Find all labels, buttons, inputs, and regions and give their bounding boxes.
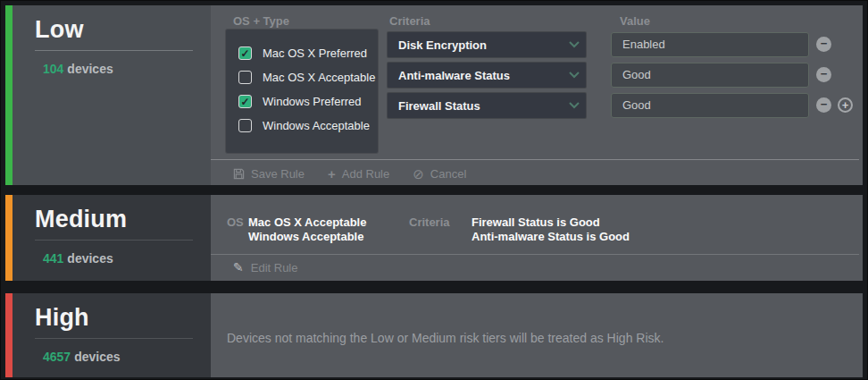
chevron-down-icon — [563, 72, 586, 79]
low-accent-bar — [5, 5, 13, 185]
risk-tier-medium-panel: Medium 441devices OS Mac OS X Acceptable… — [5, 195, 863, 281]
cancel-icon: ⊘ — [413, 167, 424, 181]
medium-device-count-label: devices — [67, 251, 113, 266]
low-device-count-label: devices — [67, 62, 113, 76]
save-rule-button[interactable]: Save Rule — [233, 167, 305, 181]
cancel-button[interactable]: ⊘ Cancel — [413, 167, 466, 181]
os-summary-values: Mac OS X Acceptable Windows Acceptable — [248, 215, 366, 244]
os-option-label: Mac OS X Preferred — [263, 46, 367, 60]
chevron-down-icon — [563, 41, 586, 48]
medium-device-count-number: 441 — [43, 251, 63, 266]
high-tier-title: High — [35, 304, 193, 332]
edit-rule-button[interactable]: ✎ Edit Rule — [233, 260, 297, 274]
add-rule-label: Add Rule — [342, 167, 389, 181]
medium-title-column: Medium 441devices — [13, 195, 211, 281]
criteria-dropdown-2-value: Anti-malware Status — [388, 69, 563, 82]
criteria-dropdown-1[interactable]: Disk Encryption — [388, 32, 586, 57]
low-device-count: 104devices — [35, 62, 193, 76]
high-rule-summary: Devices not matching the Low or Medium r… — [211, 293, 863, 377]
add-rule-row-button[interactable]: + — [838, 97, 853, 113]
divider — [211, 254, 859, 255]
checkbox-icon[interactable]: ✓ — [238, 46, 252, 60]
os-type-column-header: OS + Type — [233, 14, 289, 28]
low-rule-editor: OS + Type Criteria Value ✓ Mac OS X Pref… — [211, 5, 863, 185]
pencil-icon: ✎ — [233, 260, 244, 274]
criteria-dropdown-2[interactable]: Anti-malware Status — [388, 63, 586, 88]
high-accent-bar — [5, 293, 13, 377]
os-option-mac-preferred[interactable]: ✓ Mac OS X Preferred — [238, 41, 378, 65]
medium-device-count: 441devices — [35, 251, 193, 266]
edit-rule-label: Edit Rule — [251, 261, 298, 274]
low-tier-title: Low — [35, 16, 193, 44]
medium-tier-title: Medium — [35, 206, 193, 233]
os-option-label: Windows Preferred — [263, 95, 362, 108]
remove-rule-button-1[interactable]: − — [816, 37, 831, 52]
high-risk-note: Devices not matching the Low or Medium r… — [227, 331, 664, 345]
high-device-count: 4657devices — [35, 350, 193, 364]
high-device-count-number: 4657 — [43, 350, 71, 364]
medium-accent-bar — [5, 195, 13, 281]
risk-tier-high-panel: High 4657devices Devices not matching th… — [5, 293, 863, 377]
cancel-label: Cancel — [430, 167, 466, 181]
criteria-summary-values: Firewall Status is Good Anti-malware Sta… — [472, 215, 630, 244]
divider — [35, 50, 193, 51]
remove-rule-button-2[interactable]: − — [816, 67, 831, 82]
os-option-label: Mac OS X Acceptable — [263, 71, 375, 84]
checkbox-icon[interactable]: ✓ — [238, 71, 252, 84]
value-input-3[interactable]: Good — [611, 93, 809, 118]
save-icon — [233, 168, 245, 180]
plus-icon: + — [328, 167, 336, 181]
value-input-2[interactable]: Good — [611, 63, 809, 88]
add-rule-button[interactable]: + Add Rule — [328, 167, 389, 181]
criteria-dropdown-3-value: Firewall Status — [388, 99, 563, 113]
checkbox-icon[interactable]: ✓ — [238, 95, 252, 108]
criteria-dropdown-1-value: Disk Encryption — [388, 38, 563, 52]
medium-rule-summary: OS Mac OS X Acceptable Windows Acceptabl… — [211, 195, 863, 281]
high-device-count-label: devices — [74, 350, 120, 364]
low-device-count-number: 104 — [43, 62, 63, 76]
checkbox-icon[interactable]: ✓ — [238, 119, 252, 132]
chevron-down-icon — [563, 102, 586, 109]
divider — [35, 240, 193, 241]
criteria-summary-label: Criteria — [409, 215, 450, 229]
value-column-header: Value — [620, 14, 650, 28]
low-title-column: Low 104devices — [13, 5, 211, 185]
rule-editor-actions: Save Rule + Add Rule ⊘ Cancel — [233, 163, 466, 185]
os-type-listbox: ✓ Mac OS X Preferred ✓ Mac OS X Acceptab… — [226, 30, 378, 153]
os-option-windows-acceptable[interactable]: ✓ Windows Acceptable — [238, 114, 378, 138]
criteria-dropdown-3[interactable]: Firewall Status — [388, 93, 586, 118]
value-input-1[interactable]: Enabled — [611, 32, 809, 57]
criteria-column-header: Criteria — [389, 14, 430, 28]
remove-rule-button-3[interactable]: − — [816, 97, 831, 113]
divider — [35, 338, 193, 339]
save-rule-label: Save Rule — [251, 167, 305, 181]
divider — [211, 159, 859, 160]
os-option-label: Windows Acceptable — [263, 119, 370, 132]
os-option-windows-preferred[interactable]: ✓ Windows Preferred — [238, 89, 378, 114]
os-option-mac-acceptable[interactable]: ✓ Mac OS X Acceptable — [238, 65, 378, 89]
high-title-column: High 4657devices — [13, 293, 211, 377]
os-summary-label: OS — [227, 215, 244, 229]
risk-tier-low-panel: Low 104devices OS + Type Criteria Value … — [5, 5, 863, 185]
